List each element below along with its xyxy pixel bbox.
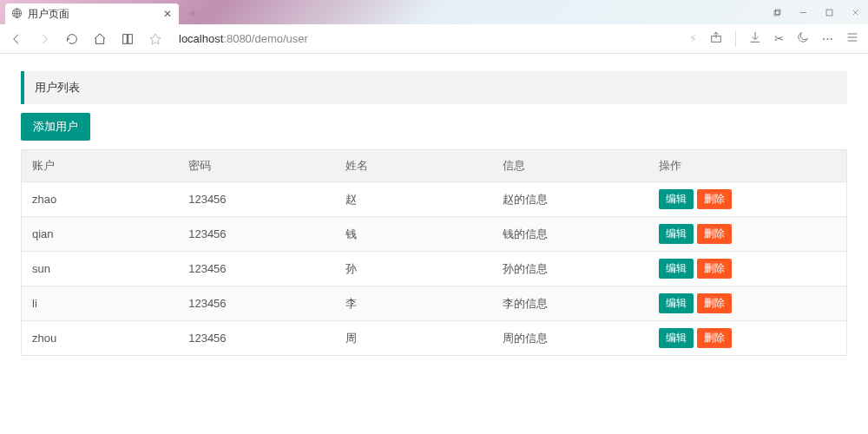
scissors-icon[interactable]: ✂︎ [774,32,784,45]
duplicate-tab-icon[interactable] [764,0,790,24]
browser-titlebar: 🌐︎ 用户页面 ✕ ＋ [0,0,868,24]
cell-info: 李的信息 [492,286,649,321]
svg-marker-8 [150,34,161,44]
dark-mode-icon[interactable] [796,30,810,47]
reader-icon[interactable] [120,32,135,46]
table-row: zhou123456周周的信息编辑删除 [22,321,847,356]
maximize-button[interactable] [816,0,842,24]
cell-account: li [22,286,179,321]
col-header-ops: 操作 [648,150,846,182]
edit-button[interactable]: 编辑 [659,293,694,313]
cell-info: 孙的信息 [492,252,649,286]
table-row: li123456李李的信息编辑删除 [22,286,847,321]
bolt-icon[interactable]: ⚡︎ [689,32,697,45]
forward-button[interactable] [36,32,52,46]
cell-ops: 编辑删除 [648,252,846,286]
close-window-button[interactable] [842,0,868,24]
reload-button[interactable] [64,32,80,46]
edit-button[interactable]: 编辑 [659,259,694,279]
minimize-button[interactable] [790,0,816,24]
tab-title: 用户页面 [28,7,69,22]
cell-name: 孙 [335,252,492,286]
cell-name: 赵 [335,182,492,217]
cell-name: 钱 [335,217,492,252]
svg-rect-7 [128,34,133,43]
user-table: 账户 密码 姓名 信息 操作 zhao123456赵赵的信息编辑删除qian12… [21,149,847,356]
cell-password: 123456 [178,252,335,286]
cell-account: zhou [22,321,179,356]
cell-ops: 编辑删除 [648,182,846,217]
svg-rect-0 [774,10,779,16]
table-row: qian123456钱钱的信息编辑删除 [22,217,847,252]
table-header-row: 账户 密码 姓名 信息 操作 [22,150,847,182]
browser-address-bar: localhost:8080/demo/user ⚡︎ ✂︎ ⋯ [0,24,868,54]
col-header-password: 密码 [178,150,335,182]
more-icon[interactable]: ⋯ [822,32,833,45]
panel-title: 用户列表 [21,71,847,104]
col-header-account: 账户 [22,150,179,182]
cell-ops: 编辑删除 [648,217,846,252]
cell-password: 123456 [178,286,335,321]
col-header-name: 姓名 [335,150,492,182]
delete-button[interactable]: 删除 [697,293,732,313]
url-input[interactable]: localhost:8080/demo/user [179,32,677,45]
cell-password: 123456 [178,321,335,356]
edit-button[interactable]: 编辑 [659,224,694,244]
url-path: /demo/user [252,32,308,45]
cell-account: qian [22,217,179,252]
svg-rect-1 [775,10,780,15]
menu-icon[interactable] [845,30,859,47]
table-row: sun123456孙孙的信息编辑删除 [22,252,847,286]
cell-ops: 编辑删除 [648,321,846,356]
cell-password: 123456 [178,217,335,252]
favorite-icon[interactable] [148,32,163,46]
cell-ops: 编辑删除 [648,286,846,321]
toolbar-separator [735,31,736,47]
window-controls [764,0,868,24]
cell-name: 周 [335,321,492,356]
share-icon[interactable] [709,30,723,47]
page-content: 用户列表 添加用户 账户 密码 姓名 信息 操作 zhao123456赵赵的信息… [0,54,868,373]
cell-info: 周的信息 [492,321,649,356]
home-button[interactable] [92,32,108,46]
new-tab-button[interactable]: ＋ [182,3,203,24]
toolbar-right: ⚡︎ ✂︎ ⋯ [689,30,859,47]
edit-button[interactable]: 编辑 [659,189,694,209]
back-button[interactable] [9,32,24,46]
delete-button[interactable]: 删除 [697,259,732,279]
cell-account: zhao [22,182,179,217]
cell-info: 赵的信息 [492,182,649,217]
url-host: localhost [179,32,223,45]
add-user-button[interactable]: 添加用户 [21,113,90,141]
edit-button[interactable]: 编辑 [659,328,694,348]
svg-rect-3 [826,10,832,16]
cell-password: 123456 [178,182,335,217]
globe-icon: 🌐︎ [12,8,23,20]
col-header-info: 信息 [492,150,649,182]
svg-rect-6 [123,34,128,43]
cell-info: 钱的信息 [492,217,649,252]
browser-tab[interactable]: 🌐︎ 用户页面 ✕ [5,3,179,24]
cell-name: 李 [335,286,492,321]
delete-button[interactable]: 删除 [697,189,732,209]
delete-button[interactable]: 删除 [697,328,732,348]
table-body: zhao123456赵赵的信息编辑删除qian123456钱钱的信息编辑删除su… [22,182,847,356]
url-port: :8080 [223,32,252,45]
download-icon[interactable] [748,30,762,47]
close-tab-icon[interactable]: ✕ [163,8,172,20]
delete-button[interactable]: 删除 [697,224,732,244]
table-row: zhao123456赵赵的信息编辑删除 [22,182,847,217]
cell-account: sun [22,252,179,286]
